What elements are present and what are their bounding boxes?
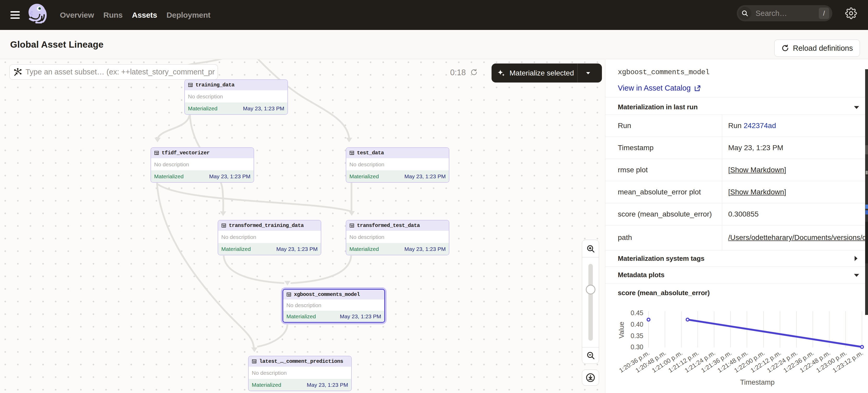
svg-text:Timestamp: Timestamp bbox=[740, 379, 775, 386]
svg-text:Value: Value bbox=[618, 322, 625, 338]
svg-text:0.30: 0.30 bbox=[630, 343, 643, 351]
svg-text:0.40: 0.40 bbox=[630, 321, 643, 328]
svg-text:0.35: 0.35 bbox=[630, 332, 643, 339]
svg-text:0.45: 0.45 bbox=[630, 309, 643, 317]
